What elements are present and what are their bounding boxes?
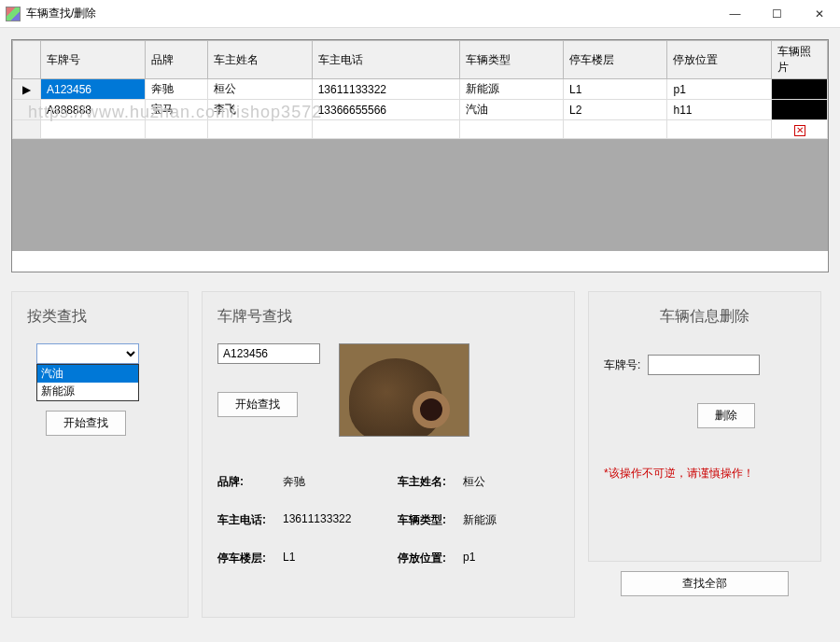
value-phone: 13611133322 bbox=[283, 512, 351, 528]
plate-panel-title: 车牌号查找 bbox=[217, 307, 559, 327]
row-indicator bbox=[13, 120, 41, 139]
combo-option-newenergy[interactable]: 新能源 bbox=[37, 383, 138, 400]
cell-photo[interactable] bbox=[772, 79, 828, 100]
value-type: 新能源 bbox=[463, 512, 497, 528]
window-title: 车辆查找/删除 bbox=[26, 6, 714, 21]
cell-floor[interactable]: L1 bbox=[564, 79, 667, 100]
category-combobox[interactable] bbox=[36, 343, 139, 364]
category-dropdown-list: 汽油 新能源 bbox=[36, 364, 139, 401]
cell-brand[interactable]: 宝马 bbox=[145, 100, 208, 120]
cell-phone[interactable]: 13611133322 bbox=[312, 79, 459, 100]
bottom-panels: 按类查找 汽油 新能源 开始查找 车牌号查找 开始查找 bbox=[11, 291, 829, 618]
col-photo[interactable]: 车辆照片 bbox=[772, 41, 828, 79]
data-grid-panel: 车牌号 品牌 车主姓名 车主电话 车辆类型 停车楼层 停放位置 车辆照片 ▶ A… bbox=[11, 39, 829, 272]
cell-photo[interactable] bbox=[772, 100, 828, 120]
content-area: https://www.huzhan.com/ishop3572 车牌号 品牌 … bbox=[0, 28, 840, 642]
label-type: 车辆类型: bbox=[398, 512, 454, 528]
delete-panel-title: 车辆信息删除 bbox=[604, 307, 805, 327]
app-icon bbox=[6, 7, 21, 21]
delete-plate-input[interactable] bbox=[648, 355, 760, 375]
label-phone: 车主电话: bbox=[217, 512, 273, 528]
close-button[interactable]: ✕ bbox=[798, 0, 840, 28]
app-window: 车辆查找/删除 — ☐ ✕ https://www.huzhan.com/ish… bbox=[0, 0, 840, 642]
value-brand: 奔驰 bbox=[283, 474, 305, 490]
cell-owner[interactable]: 李飞 bbox=[208, 100, 312, 120]
image-error-icon: ✕ bbox=[794, 125, 805, 136]
minimize-button[interactable]: — bbox=[714, 0, 756, 28]
cell-phone[interactable]: 13366655566 bbox=[312, 100, 459, 120]
table-row[interactable]: ▶ A123456 奔驰 桓公 13611133322 新能源 L1 p1 bbox=[13, 79, 828, 100]
vehicle-data-grid[interactable]: 车牌号 品牌 车主姓名 车主电话 车辆类型 停车楼层 停放位置 车辆照片 ▶ A… bbox=[12, 40, 828, 139]
cell-plate[interactable]: A123456 bbox=[41, 79, 146, 100]
combo-option-gasoline[interactable]: 汽油 bbox=[37, 365, 138, 383]
vehicle-details-grid: 品牌: 奔驰 车主姓名: 桓公 车主电话: 13611133322 车辆类型: … bbox=[217, 474, 559, 566]
grid-empty-area bbox=[12, 139, 828, 251]
label-owner: 车主姓名: bbox=[398, 474, 454, 490]
delete-plate-label: 车牌号: bbox=[604, 357, 640, 373]
row-indicator: ▶ bbox=[13, 79, 41, 100]
label-floor: 停车楼层: bbox=[217, 551, 273, 566]
col-plate[interactable]: 车牌号 bbox=[41, 41, 146, 79]
col-pos[interactable]: 停放位置 bbox=[667, 41, 772, 79]
maximize-button[interactable]: ☐ bbox=[756, 0, 798, 28]
category-search-panel: 按类查找 汽油 新能源 开始查找 bbox=[11, 291, 189, 618]
table-row[interactable]: A888888 宝马 李飞 13366655566 汽油 L2 h11 bbox=[13, 100, 828, 120]
row-indicator bbox=[13, 100, 41, 120]
col-floor[interactable]: 停车楼层 bbox=[564, 41, 667, 79]
row-header-corner bbox=[13, 41, 41, 79]
delete-button[interactable]: 删除 bbox=[697, 403, 755, 428]
label-pos: 停放位置: bbox=[398, 551, 454, 566]
cell-floor[interactable]: L2 bbox=[564, 100, 667, 120]
cell-brand[interactable]: 奔驰 bbox=[145, 79, 208, 100]
delete-warning-text: *该操作不可逆，请谨慎操作！ bbox=[604, 466, 805, 482]
plate-search-button[interactable]: 开始查找 bbox=[217, 392, 298, 417]
category-search-button[interactable]: 开始查找 bbox=[46, 411, 126, 436]
cell-type[interactable]: 汽油 bbox=[459, 100, 563, 120]
label-brand: 品牌: bbox=[217, 474, 273, 490]
category-dropdown-wrap: 汽油 新能源 bbox=[36, 343, 139, 364]
plate-search-input[interactable] bbox=[217, 343, 320, 364]
window-controls: — ☐ ✕ bbox=[714, 0, 840, 28]
cell-photo-placeholder[interactable]: ✕ bbox=[772, 120, 828, 139]
col-brand[interactable]: 品牌 bbox=[145, 41, 208, 79]
plate-search-panel: 车牌号查找 开始查找 品牌: bbox=[202, 291, 575, 618]
col-phone[interactable]: 车主电话 bbox=[312, 41, 459, 79]
value-owner: 桓公 bbox=[463, 474, 485, 490]
delete-panel: 车辆信息删除 车牌号: 删除 *该操作不可逆，请谨慎操作！ bbox=[588, 291, 821, 562]
cell-plate[interactable]: A888888 bbox=[41, 100, 146, 120]
cell-pos[interactable]: p1 bbox=[667, 79, 772, 100]
new-row[interactable]: ✕ bbox=[13, 120, 828, 139]
col-type[interactable]: 车辆类型 bbox=[459, 41, 563, 79]
cell-type[interactable]: 新能源 bbox=[459, 79, 563, 100]
col-owner[interactable]: 车主姓名 bbox=[208, 41, 312, 79]
titlebar: 车辆查找/删除 — ☐ ✕ bbox=[0, 0, 840, 28]
cell-owner[interactable]: 桓公 bbox=[208, 79, 312, 100]
value-floor: L1 bbox=[283, 551, 295, 566]
vehicle-photo-preview bbox=[339, 343, 469, 437]
cell-pos[interactable]: h11 bbox=[667, 100, 772, 120]
search-all-button[interactable]: 查找全部 bbox=[621, 571, 789, 596]
value-pos: p1 bbox=[463, 551, 475, 566]
category-panel-title: 按类查找 bbox=[27, 307, 173, 327]
